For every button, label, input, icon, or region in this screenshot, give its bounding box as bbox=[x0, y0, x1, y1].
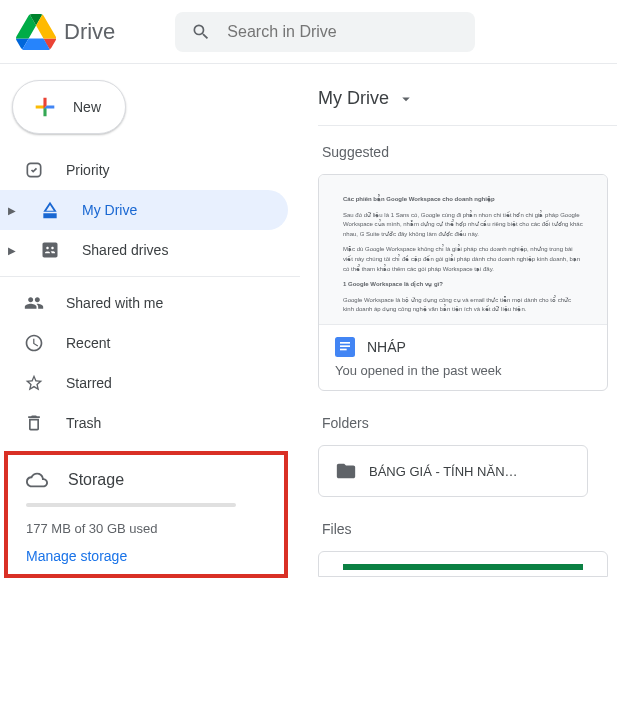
card-footer: NHÁP You opened in the past week bbox=[319, 325, 607, 390]
shared-drives-icon bbox=[38, 240, 62, 260]
sidebar-item-recent[interactable]: Recent bbox=[0, 323, 288, 363]
file-name: NHÁP bbox=[367, 339, 406, 355]
storage-label: Storage bbox=[68, 471, 124, 489]
search-input[interactable] bbox=[227, 23, 459, 41]
sidebar-item-label: My Drive bbox=[82, 202, 137, 218]
plus-icon bbox=[31, 93, 59, 121]
chevron-down-icon bbox=[397, 90, 415, 108]
storage-usage-text: 177 MB of 30 GB used bbox=[26, 521, 272, 536]
storage-section: Storage 177 MB of 30 GB used Manage stor… bbox=[4, 451, 288, 578]
chevron-right-icon[interactable]: ▶ bbox=[6, 205, 18, 216]
sidebar-item-shared-drives[interactable]: ▶ Shared drives bbox=[0, 230, 288, 270]
folders-header: Folders bbox=[322, 415, 617, 431]
breadcrumb-label: My Drive bbox=[318, 88, 389, 109]
recent-icon bbox=[22, 333, 46, 353]
files-header: Files bbox=[322, 521, 617, 537]
file-subtext: You opened in the past week bbox=[335, 363, 591, 378]
star-icon bbox=[22, 373, 46, 393]
file-card[interactable] bbox=[318, 551, 608, 577]
main-layout: New Priority ▶ My Drive ▶ Shared drives bbox=[0, 64, 617, 703]
breadcrumb[interactable]: My Drive bbox=[318, 80, 617, 126]
sidebar-item-label: Priority bbox=[66, 162, 110, 178]
new-button[interactable]: New bbox=[12, 80, 126, 134]
svg-rect-3 bbox=[340, 345, 350, 347]
folder-icon bbox=[335, 460, 357, 482]
folder-item[interactable]: BÁNG GIÁ - TÍNH NĂN… bbox=[318, 445, 588, 497]
svg-rect-2 bbox=[340, 342, 350, 344]
trash-icon bbox=[22, 413, 46, 433]
file-preview-bar bbox=[343, 564, 583, 570]
document-preview: Các phiên bản Google Workspace cho doanh… bbox=[319, 175, 607, 325]
sidebar-item-my-drive[interactable]: ▶ My Drive bbox=[0, 190, 288, 230]
main-content: My Drive Suggested Các phiên bản Google … bbox=[300, 64, 617, 703]
sidebar-item-label: Recent bbox=[66, 335, 110, 351]
files-row bbox=[318, 551, 617, 577]
storage-header[interactable]: Storage bbox=[26, 465, 272, 503]
app-header: Drive bbox=[0, 0, 617, 64]
drive-logo[interactable]: Drive bbox=[16, 12, 115, 52]
sidebar-item-starred[interactable]: Starred bbox=[0, 363, 288, 403]
search-icon bbox=[191, 22, 211, 42]
sidebar-item-label: Starred bbox=[66, 375, 112, 391]
sidebar-item-shared-with-me[interactable]: Shared with me bbox=[0, 283, 288, 323]
sidebar-item-label: Trash bbox=[66, 415, 101, 431]
search-container bbox=[175, 12, 617, 52]
sidebar-item-trash[interactable]: Trash bbox=[0, 403, 288, 443]
priority-icon bbox=[22, 160, 46, 180]
sidebar-item-label: Shared with me bbox=[66, 295, 163, 311]
sidebar-item-priority[interactable]: Priority bbox=[0, 150, 288, 190]
app-name: Drive bbox=[64, 19, 115, 45]
storage-progress-bar bbox=[26, 503, 236, 507]
folder-name: BÁNG GIÁ - TÍNH NĂN… bbox=[369, 464, 518, 479]
sidebar-item-label: Shared drives bbox=[82, 242, 168, 258]
sidebar: New Priority ▶ My Drive ▶ Shared drives bbox=[0, 64, 300, 703]
chevron-right-icon[interactable]: ▶ bbox=[6, 245, 18, 256]
drive-logo-icon bbox=[16, 12, 56, 52]
manage-storage-link[interactable]: Manage storage bbox=[26, 548, 272, 564]
search-box[interactable] bbox=[175, 12, 475, 52]
divider bbox=[0, 276, 300, 277]
shared-with-me-icon bbox=[22, 293, 46, 313]
docs-icon bbox=[335, 337, 355, 357]
cloud-icon bbox=[26, 469, 48, 491]
suggested-header: Suggested bbox=[322, 144, 617, 160]
svg-rect-4 bbox=[340, 349, 347, 351]
my-drive-icon bbox=[38, 200, 62, 220]
new-button-label: New bbox=[73, 99, 101, 115]
suggested-file-card[interactable]: Các phiên bản Google Workspace cho doanh… bbox=[318, 174, 608, 391]
